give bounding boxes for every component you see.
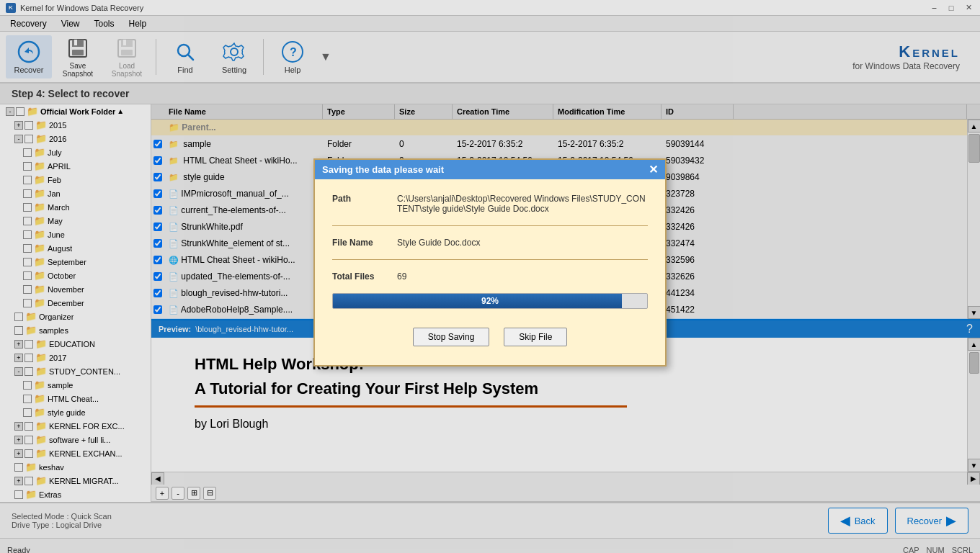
modal-filename-value: Style Guide Doc.docx bbox=[397, 238, 480, 248]
saving-modal: Saving the data please wait ✕ Path C:\Us… bbox=[313, 158, 667, 367]
modal-filename-label: File Name bbox=[332, 238, 397, 248]
modal-path-row: Path C:\Users\anjali\Desktop\Recovered W… bbox=[332, 194, 648, 214]
modal-path-value: C:\Users\anjali\Desktop\Recovered Window… bbox=[397, 194, 648, 214]
stop-saving-button[interactable]: Stop Saving bbox=[413, 328, 490, 346]
modal-filename-row: File Name Style Guide Doc.docx bbox=[332, 238, 648, 248]
modal-overlay: Saving the data please wait ✕ Path C:\Us… bbox=[0, 0, 980, 553]
modal-separator-1 bbox=[332, 225, 648, 226]
modal-close-button[interactable]: ✕ bbox=[649, 163, 658, 176]
modal-totalfiles-row: Total Files 69 bbox=[332, 271, 648, 282]
progress-bar-fill bbox=[333, 294, 622, 308]
modal-title: Saving the data please wait bbox=[322, 164, 444, 175]
modal-separator-2 bbox=[332, 259, 648, 260]
modal-totalfiles-value: 69 bbox=[397, 271, 406, 282]
progress-container: 92% bbox=[332, 293, 648, 309]
skip-file-button[interactable]: Skip File bbox=[504, 328, 567, 346]
modal-totalfiles-label: Total Files bbox=[332, 271, 397, 282]
modal-buttons: Stop Saving Skip File bbox=[332, 320, 648, 358]
modal-titlebar: Saving the data please wait ✕ bbox=[315, 160, 665, 179]
modal-path-label: Path bbox=[332, 194, 397, 214]
progress-bar-background: 92% bbox=[332, 293, 648, 309]
modal-body: Path C:\Users\anjali\Desktop\Recovered W… bbox=[315, 179, 665, 365]
progress-text: 92% bbox=[481, 296, 499, 306]
